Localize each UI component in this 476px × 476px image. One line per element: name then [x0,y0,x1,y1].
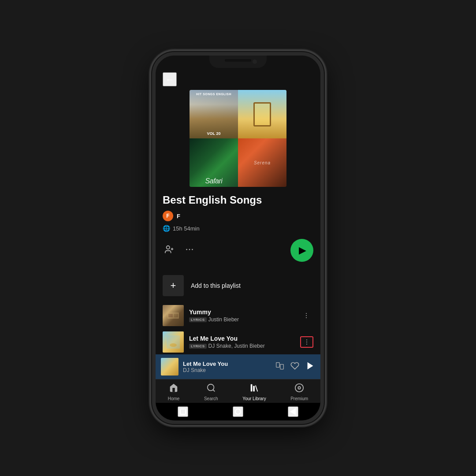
playlist-duration: 15h 54min [173,225,200,232]
track-more-button-yummy[interactable] [299,309,313,323]
header: ← [156,68,320,86]
now-playing-play-button[interactable] [305,361,315,373]
creator-name: F [177,213,180,219]
phone-notch [209,56,267,68]
svg-rect-25 [276,362,280,367]
android-home-icon [235,409,241,415]
nav-item-premium[interactable]: Premium [287,383,312,401]
svg-point-16 [306,344,307,345]
kiosk-shape [253,102,271,126]
track-list: + Add to this playlist [156,269,320,354]
track-artist-letmelove: DJ Snake, Justin Bieber [208,343,265,349]
premium-icon [294,383,304,395]
phone-screen: ← HIT SONGS ENGLISH VOL 20 [156,56,320,420]
nav-label-library: Your Library [242,396,266,401]
svg-point-33 [298,387,301,389]
nav-item-library[interactable]: Your Library [239,383,270,401]
art-quad-2 [238,90,286,138]
action-left [163,243,196,258]
play-icon: ▶ [299,245,306,256]
more-options-button[interactable] [183,243,196,258]
svg-point-3 [186,249,187,250]
svg-point-28 [208,384,214,391]
track-meta-letmelove: LYRICS DJ Snake, Justin Bieber [189,343,300,349]
playlist-creator: F F [163,211,313,221]
nav-item-search[interactable]: Search [201,383,222,401]
svg-rect-8 [174,314,178,317]
track-thumbnail-letmelove [163,331,184,353]
search-icon [206,383,216,395]
android-recent-button[interactable] [178,406,188,417]
track-info-letmelove: Let Me Love You LYRICS DJ Snake, Justin … [189,335,300,349]
now-playing-title: Let Me Love You [183,361,271,367]
now-playing-actions [275,361,315,373]
add-icon: + [171,280,176,291]
add-track-label: Add to this playlist [191,282,241,289]
art-quad-1-text: HIT SONGS ENGLISH [190,93,238,96]
art-quad-4: Serena [238,138,286,187]
playlist-info: Best English Songs F F 🌐 15h 54min [156,187,320,262]
back-icon: ← [165,74,174,85]
now-playing-bar[interactable]: Let Me Love You DJ Snake [156,354,320,379]
track-name-yummy: Yummy [189,309,299,316]
svg-rect-26 [280,364,284,369]
art-quad-1: HIT SONGS ENGLISH VOL 20 [190,90,238,138]
home-icon [169,383,178,395]
svg-point-5 [192,249,193,250]
nav-item-home[interactable]: Home [164,383,183,401]
playlist-title: Best English Songs [163,194,313,206]
creator-initial: F [166,213,169,219]
svg-point-15 [306,342,307,342]
svg-rect-7 [168,314,173,317]
nav-label-home: Home [168,396,180,401]
svg-point-11 [306,317,307,318]
now-playing-artist: DJ Snake [183,367,271,373]
art-quad-3: Safari [190,138,238,187]
camera-icon [253,60,257,64]
track-name-letmelove: Let Me Love You [189,335,300,342]
nav-label-premium: Premium [290,396,308,401]
svg-line-29 [213,390,215,391]
track-artist-yummy: Justin Bieber [208,316,239,323]
now-playing-info: Let Me Love You DJ Snake [183,361,271,373]
android-back-button[interactable] [288,406,298,417]
serena-text: Serena [254,160,271,165]
device-button[interactable] [275,361,284,372]
add-icon-box: + [163,275,184,296]
add-track-row[interactable]: + Add to this playlist [156,269,320,302]
android-home-button[interactable] [233,406,243,417]
safari-text: Safari [205,177,223,185]
playlist-meta: 🌐 15h 54min [163,225,313,232]
back-button[interactable]: ← [163,72,177,86]
play-button[interactable]: ▶ [290,239,313,262]
track-more-button-letmelove[interactable] [300,336,313,348]
svg-point-14 [306,339,307,340]
lyrics-badge-yummy: LYRICS [189,317,207,322]
svg-marker-27 [308,362,313,369]
library-icon [249,383,259,395]
bottom-nav: Home Search [156,379,320,403]
svg-point-13 [170,343,177,347]
android-recent-icon [180,409,186,415]
track-meta-yummy: LYRICS Justin Bieber [189,316,299,323]
nav-label-search: Search [204,396,218,401]
svg-point-0 [167,245,170,249]
android-nav [156,403,320,420]
svg-point-4 [189,249,190,250]
playlist-actions: ▶ [163,239,313,262]
svg-point-10 [306,315,307,316]
track-thumbnail-yummy [163,305,184,326]
creator-avatar: F [163,211,173,221]
track-info-yummy: Yummy LYRICS Justin Bieber [189,309,299,323]
svg-point-32 [295,384,303,392]
svg-rect-31 [253,386,255,391]
track-row-letmelove: Let Me Love You LYRICS DJ Snake, Justin … [156,329,320,354]
screen-content: ← HIT SONGS ENGLISH VOL 20 [156,68,320,420]
globe-icon: 🌐 [163,225,170,232]
heart-button[interactable] [290,361,299,372]
svg-rect-30 [251,384,253,392]
phone-frame: ← HIT SONGS ENGLISH VOL 20 [152,52,324,424]
lyrics-badge-letmelove: LYRICS [189,344,207,349]
add-follower-button[interactable] [163,243,176,258]
scrollable-area[interactable]: ← HIT SONGS ENGLISH VOL 20 [156,68,320,354]
